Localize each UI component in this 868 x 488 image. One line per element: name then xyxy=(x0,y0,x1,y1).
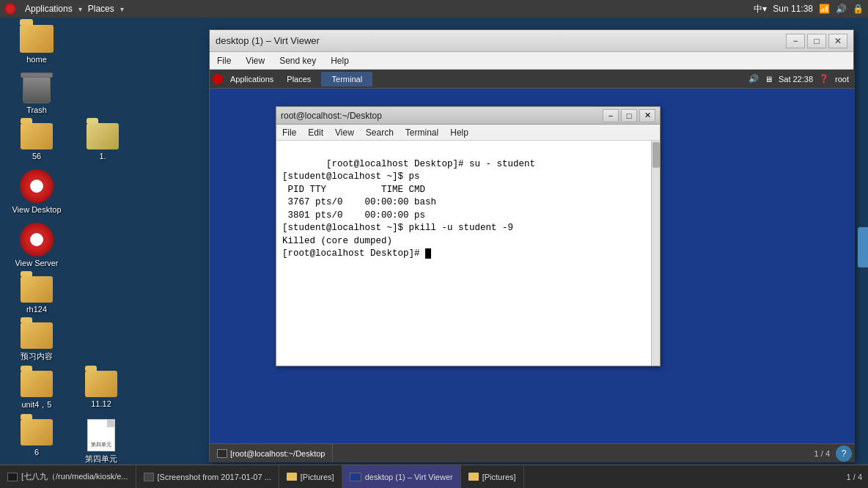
desktop-icon-rh124-label: rh124 xyxy=(26,305,47,314)
taskbar-terminal-icon xyxy=(7,473,18,481)
terminal-line-1: [root@localhost Desktop]# su - student xyxy=(326,159,535,169)
term-menu-help[interactable]: Help xyxy=(444,125,474,140)
virt-menu-file[interactable]: File xyxy=(210,52,238,69)
terminal-restore-button[interactable]: □ xyxy=(621,109,637,122)
desktop-icon-1[interactable]: 1. xyxy=(73,123,132,160)
desktop-icon-56[interactable]: 56 xyxy=(7,123,66,160)
system-bar-left: Applications ▾ Places ▾ xyxy=(4,3,124,15)
taskbar-virt-viewer-icon xyxy=(350,473,361,481)
terminal-close-button[interactable]: ✕ xyxy=(639,109,655,122)
places-menu-button[interactable]: Places xyxy=(85,4,117,14)
virt-viewer-titlebar: desktop (1) – Virt Viewer − □ ✕ xyxy=(210,30,853,52)
desktop-icon-home[interactable]: home xyxy=(7,25,66,64)
desktop-icon-unit4[interactable]: unit4，5 xyxy=(7,371,66,410)
terminal-title: root@localhost:~/Desktop xyxy=(281,111,382,121)
virt-viewer-window-controls: − □ ✕ xyxy=(786,34,847,48)
desktop-icon-56-label: 56 xyxy=(32,152,41,160)
vm-bottom-page: 1 / 4 xyxy=(814,449,836,458)
virt-viewer-title: desktop (1) – Virt Viewer xyxy=(216,35,320,46)
vm-time: Sat 22:38 xyxy=(779,75,813,84)
maximize-button[interactable]: □ xyxy=(807,34,826,48)
applications-menu-button[interactable]: Applications xyxy=(22,4,76,14)
vm-bottom-terminal-item[interactable]: [root@localhost:~/Desktop xyxy=(210,444,333,462)
terminal-taskbar-icon xyxy=(217,449,227,458)
vm-help-icon: ❓ xyxy=(819,74,829,84)
desktop-icon-6[interactable]: 6 xyxy=(7,419,66,465)
desktop-icon-preview-label: 预习内容 xyxy=(21,351,53,362)
desktop-icon-1-label: 1. xyxy=(99,152,106,160)
vm-places-button[interactable]: Places xyxy=(281,73,317,85)
vm-network-icon: 🖥 xyxy=(765,75,773,84)
vm-content-area: Applications Places Terminal 🔊 🖥 Sat 22:… xyxy=(210,70,855,462)
virt-menu-sendkey[interactable]: Send key xyxy=(272,52,323,69)
virt-menu-view[interactable]: View xyxy=(238,52,272,69)
vm-user: root xyxy=(835,75,849,84)
vm-bottom-help-icon[interactable]: ? xyxy=(836,446,852,462)
taskbar-item-pictures1[interactable]: [Pictures] xyxy=(279,465,342,488)
desktop-icon-chapter4[interactable]: 第四单元 第四单元 xyxy=(72,419,130,465)
taskbar-page-number: 1 / 4 xyxy=(847,473,868,481)
desktop-icon-view-desktop-label: View Desktop xyxy=(12,205,61,214)
taskbar-virt-viewer-label: desktop (1) – Virt Viewer xyxy=(365,473,453,481)
taskbar-item-virt-viewer[interactable]: desktop (1) – Virt Viewer xyxy=(342,465,461,488)
term-menu-edit[interactable]: Edit xyxy=(302,125,329,140)
terminal-menubar: File Edit View Search Terminal Help xyxy=(276,125,660,141)
desktop-icon-trash-label: Trash xyxy=(26,106,47,114)
clock: Sun 11:38 xyxy=(773,4,813,14)
taskbar-pictures1-icon xyxy=(287,473,297,481)
terminal-line-4: 3767 pts/0 00:00:00 bash xyxy=(282,197,436,207)
taskbar-pictures2-label: [Pictures] xyxy=(482,473,516,481)
terminal-line-3: PID TTY TIME CMD xyxy=(282,185,425,195)
places-arrow-icon: ▾ xyxy=(120,5,124,13)
terminal-titlebar: root@localhost:~/Desktop − □ ✕ xyxy=(276,107,660,125)
main-taskbar: [七八九（/run/media/kiosk/e... [Screenshot f… xyxy=(0,465,868,488)
virt-viewer-window: desktop (1) – Virt Viewer − □ ✕ File Vie… xyxy=(209,29,854,462)
desktop-icon-view-server-label: View Server xyxy=(15,259,58,267)
system-bar: Applications ▾ Places ▾ 中▾ Sun 11:38 📶 🔊… xyxy=(0,0,868,18)
taskbar-terminal-label: [七八九（/run/media/kiosk/e... xyxy=(21,471,128,482)
terminal-scrollbar[interactable] xyxy=(651,141,660,366)
terminal-line-8: [root@localhost Desktop]# xyxy=(282,248,425,259)
virt-viewer-right-edge xyxy=(858,227,868,267)
desktop-icon-1112[interactable]: 11.12 xyxy=(72,371,130,410)
term-menu-search[interactable]: Search xyxy=(360,125,400,140)
taskbar-item-terminal[interactable]: [七八九（/run/media/kiosk/e... xyxy=(0,465,136,488)
taskbar-item-pictures2[interactable]: [Pictures] xyxy=(461,465,524,488)
taskbar-pictures2-icon xyxy=(468,473,479,481)
taskbar-screenshot-icon xyxy=(144,473,154,481)
desktop-icon-home-label: home xyxy=(26,55,47,64)
terminal-window-controls: − □ ✕ xyxy=(603,109,655,122)
volume-icon: 🔊 xyxy=(836,4,847,14)
vm-terminal-taskbar-tab[interactable]: Terminal xyxy=(332,75,363,84)
virt-menu-help[interactable]: Help xyxy=(323,52,356,69)
vm-bottom-tasks: [root@localhost:~/Desktop 1 / 4 ? xyxy=(210,443,855,462)
wifi-icon: 📶 xyxy=(819,4,830,14)
term-menu-view[interactable]: View xyxy=(329,125,360,140)
terminal-scrollbar-thumb[interactable] xyxy=(652,142,660,168)
term-menu-file[interactable]: File xyxy=(276,125,302,140)
close-button[interactable]: ✕ xyxy=(828,34,847,48)
taskbar-screenshot-label: [Screenshot from 2017-01-07 ... xyxy=(158,473,271,481)
taskbar-item-screenshot[interactable]: [Screenshot from 2017-01-07 ... xyxy=(136,465,279,488)
desktop-icon-trash[interactable]: Trash xyxy=(7,73,66,114)
taskbar-pictures1-label: [Pictures] xyxy=(301,473,334,481)
desktop-icon-unit4-label: unit4，5 xyxy=(22,399,52,410)
desktop-icon-rh124[interactable]: rh124 xyxy=(7,276,66,314)
redhat-logo-icon xyxy=(4,3,16,15)
terminal-cursor xyxy=(425,248,431,259)
desktop-icon-view-desktop[interactable]: View Desktop xyxy=(7,169,66,214)
vm-applications-button[interactable]: Applications xyxy=(224,73,279,85)
terminal-window: root@localhost:~/Desktop − □ ✕ File Edit… xyxy=(276,106,661,366)
system-bar-right: 中▾ Sun 11:38 📶 🔊 🔒 xyxy=(754,3,864,15)
vm-volume-icon: 🔊 xyxy=(749,74,759,84)
terminal-minimize-button[interactable]: − xyxy=(603,109,619,122)
term-menu-terminal[interactable]: Terminal xyxy=(400,125,444,140)
apps-arrow-icon: ▾ xyxy=(78,5,82,13)
desktop-icon-view-server[interactable]: View Server xyxy=(7,223,66,267)
terminal-body[interactable]: [root@localhost Desktop]# su - student [… xyxy=(276,141,660,366)
desktop-icon-preview[interactable]: 预习内容 xyxy=(7,322,66,362)
terminal-line-7: Killed (core dumped) xyxy=(282,236,392,246)
minimize-button[interactable]: − xyxy=(786,34,805,48)
desktop-icon-6-label: 6 xyxy=(34,448,39,456)
desktop-icon-1112-label: 11.12 xyxy=(91,399,111,408)
